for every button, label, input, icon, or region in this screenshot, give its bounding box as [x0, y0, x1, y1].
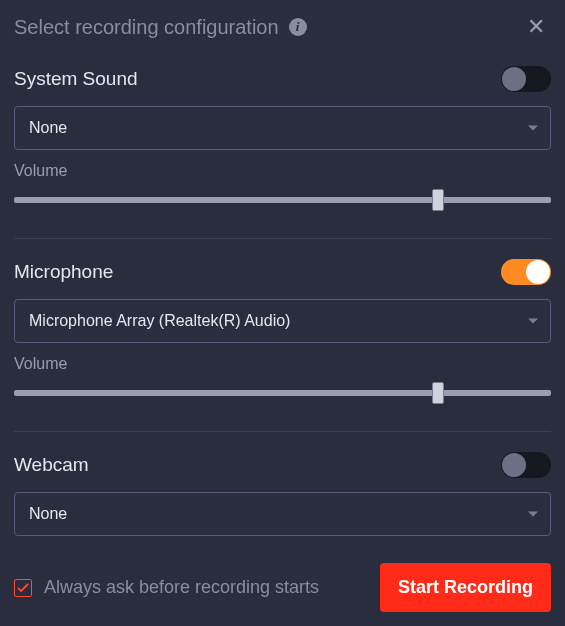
info-icon[interactable]: i	[289, 18, 307, 36]
dialog-header: Select recording configuration i ✕	[14, 14, 551, 40]
chevron-down-icon	[528, 126, 538, 131]
microphone-device-select[interactable]: Microphone Array (Realtek(R) Audio)	[14, 299, 551, 343]
start-recording-button[interactable]: Start Recording	[380, 563, 551, 612]
webcam-label: Webcam	[14, 454, 89, 476]
microphone-section: Microphone Microphone Array (Realtek(R) …	[14, 259, 551, 405]
microphone-device-value: Microphone Array (Realtek(R) Audio)	[29, 312, 290, 330]
webcam-device-select[interactable]: None	[14, 492, 551, 536]
dialog-title: Select recording configuration	[14, 16, 279, 39]
webcam-toggle[interactable]	[501, 452, 551, 478]
slider-thumb[interactable]	[432, 382, 444, 404]
webcam-section: Webcam None	[14, 452, 551, 536]
chevron-down-icon	[528, 512, 538, 517]
microphone-volume-slider[interactable]	[14, 381, 551, 405]
microphone-label: Microphone	[14, 261, 113, 283]
slider-thumb[interactable]	[432, 189, 444, 211]
system-sound-label: System Sound	[14, 68, 138, 90]
microphone-volume-label: Volume	[14, 355, 551, 373]
system-sound-device-value: None	[29, 119, 67, 137]
system-sound-volume-slider[interactable]	[14, 188, 551, 212]
always-ask-checkbox[interactable]	[14, 579, 32, 597]
close-icon[interactable]: ✕	[521, 14, 551, 40]
always-ask-label: Always ask before recording starts	[44, 577, 319, 598]
check-icon	[17, 583, 29, 593]
webcam-device-value: None	[29, 505, 67, 523]
system-sound-section: System Sound None Volume	[14, 66, 551, 212]
divider	[14, 431, 551, 432]
system-sound-volume-label: Volume	[14, 162, 551, 180]
chevron-down-icon	[528, 319, 538, 324]
system-sound-toggle[interactable]	[501, 66, 551, 92]
dialog-footer: Always ask before recording starts Start…	[14, 563, 551, 612]
divider	[14, 238, 551, 239]
system-sound-device-select[interactable]: None	[14, 106, 551, 150]
microphone-toggle[interactable]	[501, 259, 551, 285]
